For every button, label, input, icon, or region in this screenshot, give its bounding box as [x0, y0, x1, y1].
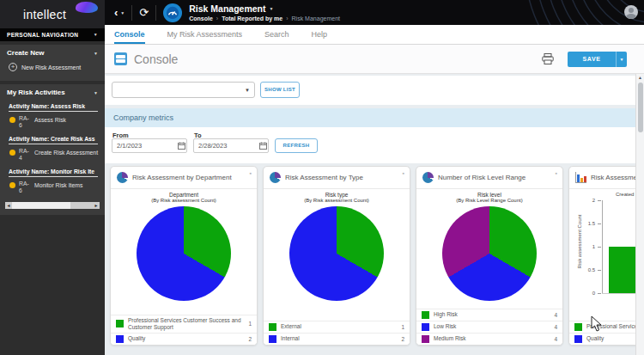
breadcrumb: Console › Total Reported by me › Risk Ma… — [189, 15, 340, 21]
legend-swatch — [574, 323, 582, 331]
save-button[interactable]: SAVE — [568, 52, 616, 67]
scroll-left-icon[interactable]: ◄ — [5, 202, 12, 209]
legend-swatch — [269, 335, 276, 343]
sidebar: intellect PERSONAL NAVIGATION ▼ Create N… — [0, 0, 105, 355]
breadcrumb-current: Risk Management — [292, 15, 340, 21]
intellect-logo-text: intellect — [23, 8, 66, 21]
calendar-icon[interactable] — [178, 142, 185, 150]
pie-chart-icon — [270, 172, 281, 183]
legend-item[interactable]: Internal 2 — [264, 333, 410, 345]
card-header: Risk Assessment by Department — [569, 167, 644, 189]
console-content: ▼ SHOW LIST Company metrics From To REFR… — [105, 74, 644, 355]
from-date-input[interactable] — [112, 138, 187, 153]
y-tick: 1.5 — [581, 221, 595, 226]
my-risk-activities-panel: My Risk Activities ▼ Activity Name: Asse… — [0, 84, 105, 215]
risk-management-app-icon[interactable] — [163, 3, 182, 22]
scrollbar-thumb[interactable] — [12, 202, 70, 209]
breadcrumb-console[interactable]: Console — [189, 15, 213, 21]
scrollbar-thumb[interactable] — [638, 83, 643, 132]
legend-item[interactable]: Low Risk 4 — [416, 321, 562, 333]
status-dot-icon — [9, 150, 15, 156]
legend-swatch — [422, 311, 429, 319]
activity-item-create-risk-assessment[interactable]: RA-4 Create Risk Assessment — [0, 144, 105, 164]
legend-swatch — [422, 323, 429, 331]
my-risk-activities-label: My Risk Activities — [7, 89, 65, 96]
legend-swatch — [574, 335, 582, 343]
back-button[interactable]: ‹ ▼ — [114, 7, 125, 18]
tab-search[interactable]: Search — [264, 25, 289, 44]
create-new-panel: Create New ▼ + New Risk Assessment — [0, 45, 105, 81]
activity-item-monitor-risk-items[interactable]: RA-6 Monitor Risk Items — [0, 177, 105, 197]
legend-count: 4 — [554, 312, 557, 318]
create-new-header[interactable]: Create New ▼ — [0, 45, 105, 59]
save-button-group: SAVE ▼ — [568, 52, 627, 67]
content-vertical-scrollbar[interactable]: ▲ — [635, 74, 644, 355]
page-title: Console — [134, 52, 178, 66]
my-risk-activities-header[interactable]: My Risk Activities ▼ — [0, 84, 105, 99]
decorative-arcs — [447, 0, 644, 25]
activity-id: RA-6 — [19, 115, 31, 130]
card-menu-icon[interactable]: ▪ — [403, 170, 404, 176]
chevron-down-icon: ▼ — [120, 10, 125, 15]
calendar-icon[interactable] — [259, 142, 267, 150]
refresh-button[interactable]: REFRESH — [275, 138, 318, 153]
y-tick: 1 — [581, 244, 595, 249]
status-dot-icon — [9, 117, 15, 123]
y-tick: 2 — [581, 198, 595, 203]
user-avatar[interactable] — [624, 5, 638, 19]
save-dropdown-button[interactable]: ▼ — [616, 52, 627, 67]
breadcrumb-separator: › — [286, 15, 288, 21]
legend-item[interactable]: Quality 2 — [111, 333, 257, 345]
breadcrumb-total-reported[interactable]: Total Reported by me — [222, 15, 283, 21]
card-header: Risk Assessment by Department — [111, 167, 257, 189]
legend-swatch — [116, 320, 124, 327]
scroll-up-icon[interactable]: ▲ — [636, 75, 644, 80]
top-app-bar: ‹ ▼ ⟳ Risk Management ▼ Console › Total … — [105, 0, 644, 25]
activity-group-header: Activity Name: Monitor Risk Ite — [9, 168, 98, 177]
bar-chart-annotation: Created — [616, 192, 634, 197]
legend-count: 2 — [248, 336, 252, 342]
to-date-input[interactable] — [193, 138, 269, 153]
card-menu-icon[interactable]: ▪ — [556, 170, 557, 176]
chart-legend: External 1 Internal 2 — [264, 321, 410, 345]
print-icon[interactable] — [542, 53, 554, 64]
activity-id: RA-6 — [19, 181, 31, 195]
legend-item[interactable]: External 1 — [264, 321, 410, 333]
card-number-of-risk-level-range: ▪ Number of Risk Level Range Risk level … — [416, 166, 563, 346]
new-risk-assessment-button[interactable]: + New Risk Assessment — [0, 59, 105, 77]
company-metrics-panel: Company metrics From To REFRESH — [105, 108, 635, 163]
y-tick: 0 — [581, 291, 595, 296]
tab-console[interactable]: Console — [114, 25, 145, 44]
scroll-right-icon[interactable]: ► — [93, 202, 100, 209]
tab-my-risk-assessments[interactable]: My Risk Assessments — [167, 25, 243, 44]
topbar-titles: Risk Management ▼ Console › Total Report… — [189, 3, 340, 21]
chevron-down-icon: ▼ — [269, 6, 273, 11]
pie-chart[interactable] — [137, 206, 231, 301]
activity-group-header: Activity Name: Create Risk Ass — [9, 136, 98, 144]
chart-subtitle: (By Risk assessment Count) — [264, 198, 410, 203]
sidebar-horizontal-scrollbar[interactable]: ◄ ► — [5, 202, 100, 209]
create-new-label: Create New — [7, 49, 45, 57]
legend-item[interactable]: Quality — [569, 333, 644, 345]
legend-item[interactable]: High Risk 4 — [416, 309, 562, 321]
legend-label: External — [281, 323, 397, 330]
app-title-dropdown[interactable]: Risk Management ▼ — [189, 3, 340, 14]
card-title: Risk Assessment by Department — [132, 174, 232, 182]
card-title: Risk Assessment by Type — [285, 174, 363, 182]
pie-chart[interactable] — [289, 206, 384, 301]
legend-item[interactable]: Medium Risk 4 — [416, 333, 562, 345]
pie-chart[interactable] — [442, 206, 537, 301]
show-list-button[interactable]: SHOW LIST — [260, 82, 300, 98]
refresh-icon[interactable]: ⟳ — [139, 7, 149, 18]
activity-item-assess-risk[interactable]: RA-6 Assess Risk — [0, 112, 105, 132]
chevron-down-icon: ▼ — [245, 88, 250, 93]
chevron-down-icon: ▼ — [94, 28, 98, 41]
legend-item[interactable]: Professional Services Customer Support — [569, 321, 644, 333]
tab-help[interactable]: Help — [312, 25, 328, 44]
legend-item[interactable]: Professional Services Customer Success a… — [111, 315, 257, 333]
card-menu-icon[interactable]: ▪ — [250, 170, 252, 176]
logo-area: intellect — [0, 0, 105, 28]
legend-label: Low Risk — [434, 323, 550, 330]
personal-navigation-dropdown[interactable]: PERSONAL NAVIGATION ▼ — [0, 28, 105, 41]
report-select[interactable]: ▼ — [112, 82, 255, 98]
